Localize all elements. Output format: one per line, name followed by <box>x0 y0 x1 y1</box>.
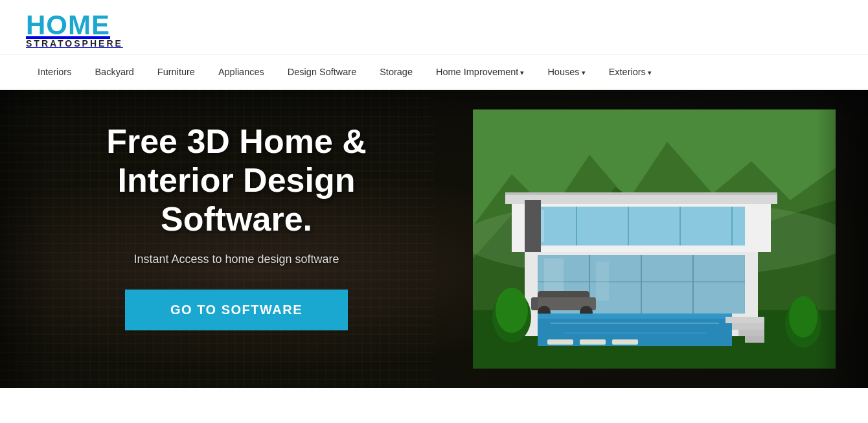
svg-rect-15 <box>525 207 745 246</box>
svg-rect-38 <box>745 336 764 343</box>
nav-item-houses[interactable]: Houses <box>536 55 597 89</box>
hero-title: Free 3D Home & Interior Design Software. <box>65 122 408 238</box>
nav-item-interiors[interactable]: Interiors <box>26 55 83 89</box>
site-header: HOME STRATOSPHERE <box>0 0 868 55</box>
svg-point-40 <box>496 288 528 333</box>
hero-content: Free 3D Home & Interior Design Software.… <box>65 122 408 330</box>
house-illustration <box>473 109 836 369</box>
svg-rect-36 <box>732 323 764 330</box>
nav-link-home-improvement[interactable]: Home Improvement <box>424 55 536 89</box>
svg-rect-43 <box>538 256 744 313</box>
nav-item-storage[interactable]: Storage <box>368 55 424 89</box>
svg-rect-22 <box>505 192 777 195</box>
hero-subtitle: Instant Access to home design software <box>65 253 408 266</box>
hero-overlay-left <box>0 90 52 388</box>
nav-item-home-improvement[interactable]: Home Improvement <box>424 55 536 89</box>
svg-point-42 <box>789 296 817 337</box>
svg-rect-29 <box>538 314 732 319</box>
hero-overlay-right <box>816 90 868 388</box>
svg-rect-34 <box>612 339 638 345</box>
nav-item-backyard[interactable]: Backyard <box>83 55 145 89</box>
nav-link-houses[interactable]: Houses <box>536 55 597 89</box>
nav-link-design-software[interactable]: Design Software <box>276 55 368 89</box>
svg-rect-33 <box>580 339 606 345</box>
hero-section: Free 3D Home & Interior Design Software.… <box>0 90 868 388</box>
nav-link-furniture[interactable]: Furniture <box>146 55 207 89</box>
svg-rect-37 <box>738 330 764 336</box>
hero-house-image <box>473 109 836 369</box>
svg-rect-35 <box>725 317 764 323</box>
nav-link-backyard[interactable]: Backyard <box>83 55 145 89</box>
nav-link-interiors[interactable]: Interiors <box>26 55 83 89</box>
nav-item-appliances[interactable]: Appliances <box>207 55 276 89</box>
nav-link-storage[interactable]: Storage <box>368 55 424 89</box>
main-nav: Interiors Backyard Furniture Appliances … <box>0 55 868 90</box>
nav-link-appliances[interactable]: Appliances <box>207 55 276 89</box>
go-to-software-button[interactable]: GO TO SOFTWARE <box>125 290 348 330</box>
svg-rect-32 <box>547 339 573 345</box>
nav-item-furniture[interactable]: Furniture <box>146 55 207 89</box>
logo-home: HOME <box>26 12 143 39</box>
nav-item-exteriors[interactable]: Exteriors <box>597 55 663 89</box>
site-logo[interactable]: HOME STRATOSPHERE <box>26 12 143 48</box>
nav-item-design-software[interactable]: Design Software <box>276 55 368 89</box>
logo-stratosphere: STRATOSPHERE <box>26 39 143 48</box>
svg-rect-23 <box>525 200 541 252</box>
nav-link-exteriors[interactable]: Exteriors <box>597 55 663 89</box>
